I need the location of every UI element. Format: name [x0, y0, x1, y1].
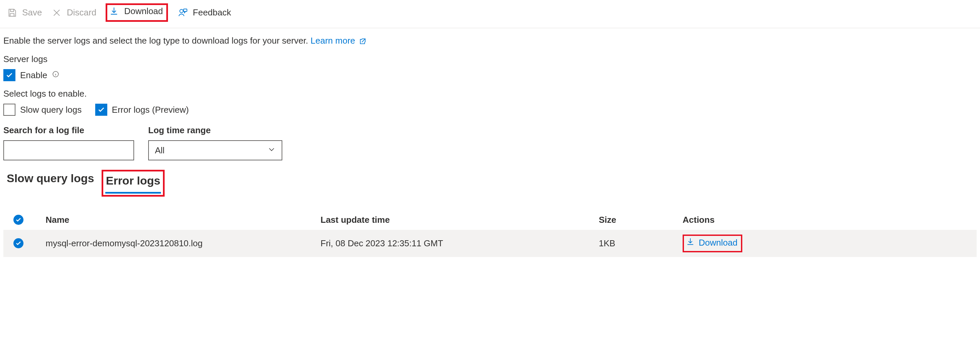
- discard-button: Discard: [51, 7, 96, 18]
- table-header: Name Last update time Size Actions: [3, 210, 977, 230]
- col-name[interactable]: Name: [46, 215, 321, 225]
- chevron-down-icon: [267, 145, 275, 156]
- table-row[interactable]: mysql-error-demomysql-2023120810.log Fri…: [3, 230, 977, 257]
- discard-label: Discard: [67, 7, 96, 18]
- tab-error-logs[interactable]: Error logs: [105, 172, 161, 193]
- tab-error-logs-highlight: Error logs: [102, 170, 165, 196]
- save-label: Save: [22, 7, 42, 18]
- row-last-update: Fri, 08 Dec 2023 12:35:11 GMT: [321, 238, 599, 249]
- tab-slow-query-logs[interactable]: Slow query logs: [6, 170, 95, 190]
- toolbar: Save Discard Download Feedback: [0, 0, 980, 28]
- svg-point-0: [180, 10, 183, 13]
- download-label: Download: [124, 6, 163, 16]
- row-download-button[interactable]: Download: [686, 237, 738, 248]
- learn-more-text: Learn more: [310, 35, 355, 46]
- feedback-button[interactable]: Feedback: [177, 7, 231, 18]
- select-logs-label: Select logs to enable.: [3, 89, 977, 99]
- error-logs-label: Error logs (Preview): [112, 105, 189, 115]
- col-last-update[interactable]: Last update time: [321, 215, 599, 225]
- download-button[interactable]: Download: [109, 6, 163, 16]
- time-range-value: All: [155, 145, 165, 156]
- col-actions: Actions: [682, 215, 810, 225]
- download-icon: [109, 6, 119, 16]
- info-icon[interactable]: [52, 70, 59, 80]
- search-label: Search for a log file: [3, 125, 134, 136]
- enable-checkbox[interactable]: [3, 69, 16, 81]
- close-icon: [51, 7, 62, 18]
- slow-query-checkbox[interactable]: [3, 104, 16, 116]
- download-button-highlight: Download: [106, 3, 168, 22]
- content: Enable the server logs and select the lo…: [0, 28, 980, 257]
- row-download-label: Download: [699, 238, 738, 248]
- svg-rect-1: [184, 9, 187, 11]
- feedback-icon: [177, 7, 188, 18]
- row-download-highlight: Download: [682, 235, 742, 252]
- save-icon: [7, 7, 18, 18]
- feedback-label: Feedback: [193, 7, 231, 18]
- server-logs-label: Server logs: [3, 54, 977, 64]
- description: Enable the server logs and select the lo…: [3, 35, 977, 46]
- logs-table: Name Last update time Size Actions mysql…: [3, 210, 977, 257]
- time-range-select[interactable]: All: [148, 140, 282, 160]
- row-size: 1KB: [599, 238, 682, 249]
- search-input[interactable]: [3, 140, 134, 160]
- download-icon: [686, 237, 695, 248]
- row-name: mysql-error-demomysql-2023120810.log: [46, 238, 321, 249]
- error-logs-checkbox[interactable]: [95, 104, 107, 116]
- col-size[interactable]: Size: [599, 215, 682, 225]
- save-button: Save: [7, 7, 42, 18]
- slow-query-label: Slow query logs: [20, 105, 82, 115]
- time-range-label: Log time range: [148, 125, 282, 136]
- learn-more-link[interactable]: Learn more: [310, 35, 366, 46]
- description-text: Enable the server logs and select the lo…: [3, 35, 308, 46]
- row-select-checkbox[interactable]: [13, 238, 24, 248]
- enable-label: Enable: [20, 70, 47, 80]
- select-all-checkbox[interactable]: [13, 215, 24, 225]
